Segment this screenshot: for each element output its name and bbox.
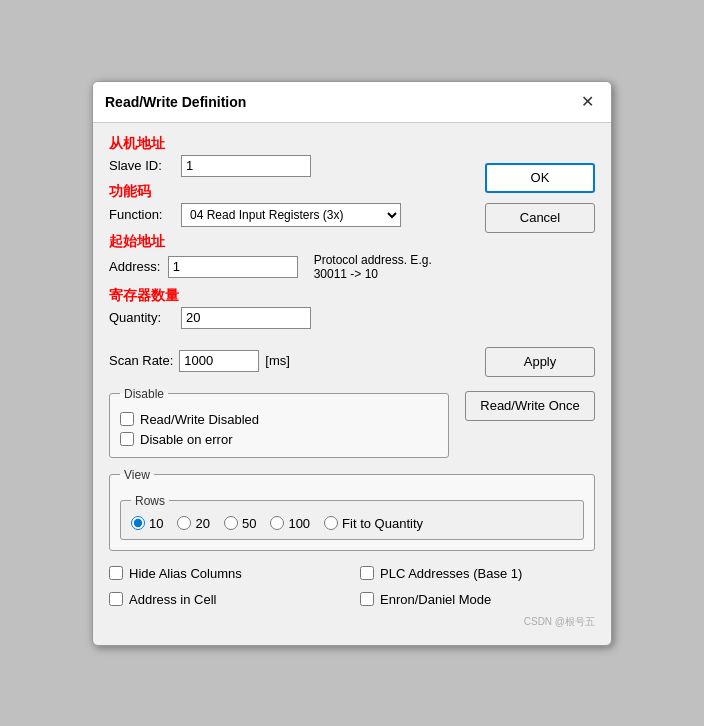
apply-button[interactable]: Apply [485, 347, 595, 377]
radio-fit: Fit to Quantity [324, 516, 423, 531]
radio-50-input[interactable] [224, 516, 238, 530]
quantity-label: Quantity: [109, 310, 181, 325]
disable-on-error-row: Disable on error [120, 432, 438, 447]
radio-fit-label: Fit to Quantity [342, 516, 423, 531]
top-section: 从机地址 Slave ID: 功能码 Function: 04 Read Inp… [109, 135, 595, 335]
plc-addresses-label: PLC Addresses (Base 1) [380, 566, 522, 581]
rows-radio-row: 10 20 50 100 [131, 516, 573, 531]
ok-button[interactable]: OK [485, 163, 595, 193]
hide-alias-checkbox[interactable] [109, 566, 123, 580]
rw-disabled-label: Read/Write Disabled [140, 412, 259, 427]
disable-fieldset: Disable Read/Write Disabled Disable on e… [109, 387, 449, 458]
address-input[interactable] [168, 256, 298, 278]
function-select[interactable]: 04 Read Input Registers (3x) 01 Read Coi… [181, 203, 401, 227]
rows-fieldset: Rows 10 20 50 [120, 494, 584, 540]
quantity-row: Quantity: [109, 307, 465, 329]
plc-addresses-row: PLC Addresses (Base 1) [360, 566, 595, 581]
radio-fit-input[interactable] [324, 516, 338, 530]
disable-section: Disable Read/Write Disabled Disable on e… [109, 387, 449, 458]
rw-disabled-checkbox[interactable] [120, 412, 134, 426]
address-in-cell-checkbox[interactable] [109, 592, 123, 606]
disable-on-error-checkbox[interactable] [120, 432, 134, 446]
rw-once-button[interactable]: Read/Write Once [465, 391, 595, 421]
hide-alias-row: Hide Alias Columns [109, 566, 344, 581]
radio-20: 20 [177, 516, 209, 531]
radio-10: 10 [131, 516, 163, 531]
buttons-column: OK Cancel [475, 135, 595, 335]
scan-rate-unit: [ms] [265, 353, 290, 368]
disable-legend: Disable [120, 387, 168, 401]
radio-10-label: 10 [149, 516, 163, 531]
function-label: Function: [109, 207, 181, 222]
enron-daniel-label: Enron/Daniel Mode [380, 592, 491, 607]
rw-disabled-row: Read/Write Disabled [120, 412, 438, 427]
view-legend: View [120, 468, 154, 482]
slave-id-row: Slave ID: [109, 155, 465, 177]
radio-20-label: 20 [195, 516, 209, 531]
function-row: Function: 04 Read Input Registers (3x) 0… [109, 203, 465, 227]
hide-alias-label: Hide Alias Columns [129, 566, 242, 581]
slave-id-label: Slave ID: [109, 158, 181, 173]
annotation-address: 起始地址 [109, 233, 465, 251]
rw-once-section: Read/Write Once [465, 387, 595, 421]
scan-rate-row: Scan Rate: [ms] Apply [109, 345, 595, 377]
cancel-button[interactable]: Cancel [485, 203, 595, 233]
radio-50: 50 [224, 516, 256, 531]
dialog: Read/Write Definition ✕ 从机地址 Slave ID: 功… [92, 81, 612, 646]
address-in-cell-label: Address in Cell [129, 592, 216, 607]
address-hint: Protocol address. E.g. 30011 -> 10 [314, 253, 465, 281]
close-button[interactable]: ✕ [575, 90, 599, 114]
middle-section: Disable Read/Write Disabled Disable on e… [109, 387, 595, 458]
slave-id-input[interactable] [181, 155, 311, 177]
annotation-slave-id: 从机地址 [109, 135, 465, 153]
radio-20-input[interactable] [177, 516, 191, 530]
address-label: Address: [109, 259, 168, 274]
disable-on-error-label: Disable on error [140, 432, 233, 447]
enron-daniel-row: Enron/Daniel Mode [360, 592, 595, 607]
annotation-quantity: 寄存器数量 [109, 287, 465, 305]
enron-daniel-checkbox[interactable] [360, 592, 374, 606]
title-bar: Read/Write Definition ✕ [93, 82, 611, 123]
rows-legend: Rows [131, 494, 169, 508]
scan-rate-label: Scan Rate: [109, 353, 173, 368]
quantity-input[interactable] [181, 307, 311, 329]
watermark: CSDN @根号五 [109, 615, 595, 629]
plc-addresses-checkbox[interactable] [360, 566, 374, 580]
radio-100: 100 [270, 516, 310, 531]
dialog-title: Read/Write Definition [105, 94, 246, 110]
address-row: Address: Protocol address. E.g. 30011 ->… [109, 253, 465, 281]
radio-100-input[interactable] [270, 516, 284, 530]
radio-50-label: 50 [242, 516, 256, 531]
dialog-body: 从机地址 Slave ID: 功能码 Function: 04 Read Inp… [93, 123, 611, 645]
annotation-function: 功能码 [109, 183, 465, 201]
bottom-checkboxes: Hide Alias Columns PLC Addresses (Base 1… [109, 561, 595, 607]
address-in-cell-row: Address in Cell [109, 592, 344, 607]
scan-rate-input[interactable] [179, 350, 259, 372]
radio-10-input[interactable] [131, 516, 145, 530]
fields-column: 从机地址 Slave ID: 功能码 Function: 04 Read Inp… [109, 135, 465, 335]
radio-100-label: 100 [288, 516, 310, 531]
view-fieldset: View Rows 10 20 50 [109, 468, 595, 551]
